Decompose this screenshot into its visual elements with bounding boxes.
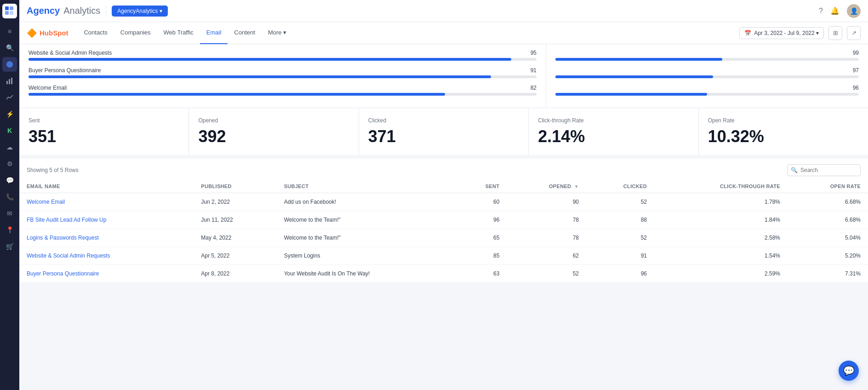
metric-clicked-label: Clicked [368,117,519,124]
cell-email-name[interactable]: Website & Social Admin Requests [19,247,194,264]
metric-clicked: Clicked 371 [359,108,529,155]
metric-sent-value: 351 [29,127,179,146]
table-section: Showing 5 of 5 Rows 🔍 EMAIL NAME PUBLISH… [19,159,868,283]
cell-ctr: 1.84% [654,211,788,229]
cell-published: May 4, 2022 [194,229,276,247]
notifications-icon[interactable]: 🔔 [830,6,839,15]
metrics-row: Sent 351 Opened 392 Clicked 371 Click-th… [19,108,868,155]
help-icon[interactable]: ? [819,7,823,15]
cell-email-name[interactable]: Buyer Persona Questionnaire [19,264,194,282]
cell-ctr: 2.58% [654,229,788,247]
topbar-right: ? 🔔 👤 [819,4,861,18]
navtabs-right: 📅 Apr 3, 2022 - Jul 9, 2022 ▾ ⊞ ↗ [739,26,861,40]
cell-subject: Your Website Audit Is On The Way! [277,264,456,282]
bar-value-3: 82 [531,85,537,91]
sidebar-phone-icon[interactable]: 📞 [2,189,17,204]
right-bar-fill-3 [555,93,707,96]
agency-dropdown-btn[interactable]: AgencyAnalytics ▾ [112,6,167,17]
tab-web-traffic[interactable]: Web Traffic [157,22,200,44]
sidebar-logo[interactable] [2,4,17,18]
table-header-row: Showing 5 of 5 Rows 🔍 [19,159,868,180]
cell-email-name[interactable]: FB Site Audit Lead Ad Follow Up [19,211,194,229]
bar-item-3: Welcome Email 82 [29,85,537,96]
sidebar-menu-icon[interactable]: ≡ [2,24,17,39]
col-open-rate: OPEN RATE [788,180,868,193]
sidebar-analytics-icon[interactable] [2,90,17,105]
sidebar-search-icon[interactable]: 🔍 [2,40,17,55]
cell-ctr: 1.54% [654,247,788,264]
cell-published: Jun 2, 2022 [194,193,276,211]
chart-section: Website & Social Admin Requests 95 Buyer… [19,44,868,108]
topbar-divider [106,6,106,17]
sidebar-k-icon[interactable]: K [2,123,17,138]
navtabs: 🔶 HubSpot Contacts Companies Web Traffic… [19,22,868,44]
metric-sent-label: Sent [29,117,179,124]
right-bar-track-1 [555,58,859,61]
avatar[interactable]: 👤 [847,4,861,18]
cell-sent: 60 [456,193,507,211]
calendar-icon: 📅 [744,30,751,36]
tab-companies[interactable]: Companies [114,22,157,44]
right-bar-item-3: 96 [555,85,859,96]
bar-track-1 [29,58,537,61]
cell-email-name[interactable]: Logins & Passwords Request [19,229,194,247]
sidebar-cart-icon[interactable]: 🛒 [2,239,17,254]
col-ctr: CLICK-THROUGH RATE [654,180,788,193]
bar-label-2: Buyer Persona Questionnaire [29,67,101,74]
svg-rect-5 [6,81,8,84]
chat-bubble[interactable]: 💬 [839,361,859,381]
showing-text: Showing 5 of 5 Rows [27,167,79,173]
sidebar-chat-icon[interactable]: 💬 [2,173,17,188]
cell-email-name[interactable]: Welcome Email [19,193,194,211]
metric-clicked-value: 371 [368,127,519,146]
cell-opened: 52 [507,264,586,282]
svg-rect-0 [5,6,9,10]
cell-sent: 63 [456,264,507,282]
tab-contacts[interactable]: Contacts [77,22,114,44]
svg-point-4 [6,61,13,68]
sidebar-lightning-icon[interactable]: ⚡ [2,107,17,121]
svg-rect-2 [5,11,9,15]
brand-analytics: Analytics [63,6,100,16]
table-row: Logins & Passwords Request May 4, 2022 W… [19,229,868,247]
tab-content[interactable]: Content [228,22,262,44]
table-header: EMAIL NAME PUBLISHED SUBJECT SENT OPENED [19,180,868,193]
cell-ctr: 1.78% [654,193,788,211]
cell-opened: 90 [507,193,586,211]
sort-icon: ▼ [574,184,579,189]
brand-logo: AgencyAnalytics [27,6,100,16]
cell-clicked: 88 [586,211,654,229]
right-chart: 99 97 [546,44,868,108]
right-bar-value-2: 97 [853,67,859,74]
cell-open-rate: 5.04% [788,229,868,247]
tab-more[interactable]: More ▾ [262,22,293,44]
share-btn[interactable]: ↗ [847,26,861,40]
sidebar-settings-icon[interactable]: ⚙ [2,156,17,171]
tab-email[interactable]: Email [200,22,228,44]
search-icon: 🔍 [791,167,798,173]
hubspot-name: HubSpot [40,29,68,37]
grid-view-btn[interactable]: ⊞ [828,26,842,40]
table-row: Welcome Email Jun 2, 2022 Add us on Face… [19,193,868,211]
metric-ctr-value: 2.14% [538,127,689,146]
bar-fill-1 [29,58,511,61]
bar-item-2: Buyer Persona Questionnaire 91 [29,67,537,78]
hubspot-logo: 🔶 HubSpot [27,28,68,38]
sidebar-cloud-icon[interactable]: ☁ [2,140,17,155]
bar-label-3: Welcome Email [29,85,67,91]
search-input[interactable] [787,164,861,176]
sidebar-mail-icon[interactable]: ✉ [2,206,17,221]
sidebar-chart-icon[interactable] [2,74,17,88]
cell-opened: 62 [507,247,586,264]
sidebar: ≡ 🔍 ⚡ K ☁ ⚙ 💬 📞 ✉ 📍 🛒 [0,0,19,390]
table-row: Buyer Persona Questionnaire Apr 8, 2022 … [19,264,868,282]
agency-btn-label: AgencyAnalytics ▾ [117,8,162,14]
bar-label-1: Website & Social Admin Requests [29,50,112,56]
col-opened[interactable]: OPENED ▼ [507,180,586,193]
data-table: EMAIL NAME PUBLISHED SUBJECT SENT OPENED [19,180,868,283]
date-range-btn[interactable]: 📅 Apr 3, 2022 - Jul 9, 2022 ▾ [739,27,824,39]
main-area: AgencyAnalytics AgencyAnalytics ▾ ? 🔔 👤 … [19,0,868,390]
left-chart: Website & Social Admin Requests 95 Buyer… [19,44,546,108]
sidebar-location-icon[interactable]: 📍 [2,223,17,237]
sidebar-dashboard-icon[interactable] [2,57,17,72]
